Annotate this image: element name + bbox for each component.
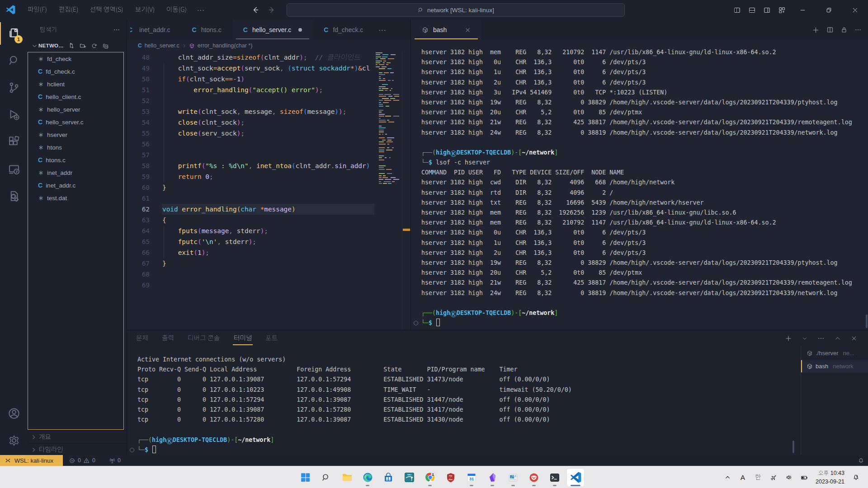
taskbar-file-explorer-icon[interactable] — [338, 469, 355, 487]
refresh-icon[interactable] — [91, 42, 98, 49]
activity-explorer-icon[interactable]: 1 — [0, 20, 28, 47]
taskbar-start-icon[interactable] — [297, 469, 314, 487]
outline-section[interactable] — [28, 431, 127, 443]
minimize-button[interactable] — [789, 0, 816, 20]
scrollbar-thumb[interactable] — [793, 441, 794, 453]
battery-icon[interactable] — [797, 469, 811, 487]
terminal-editor-output[interactable]: hserver 3182 high mem REG 8,32 210792 11… — [411, 40, 868, 330]
file-hserver[interactable]: hserver — [28, 128, 123, 141]
file-hello_client.c[interactable]: Chello_client.c — [28, 90, 123, 103]
file-fd_check[interactable]: fd_check — [28, 52, 123, 65]
activity-settings-icon[interactable] — [0, 427, 28, 454]
taskbar-zotero-icon[interactable] — [442, 469, 459, 487]
panel-tab-terminal[interactable] — [234, 330, 252, 347]
forwarded-ports-status[interactable]: 0 — [108, 455, 121, 466]
new-folder-icon[interactable] — [80, 42, 86, 49]
modified-dot-icon[interactable] — [298, 28, 302, 32]
file-htons.c[interactable]: Chtons.c — [28, 154, 123, 166]
maximize-button[interactable] — [816, 0, 842, 20]
menu-go[interactable] — [160, 4, 193, 16]
taskbar-clock[interactable]: 10:43 2023-09-21 — [816, 469, 844, 485]
taskbar-chrome-icon[interactable] — [421, 469, 439, 487]
panel-tab-debug-console[interactable] — [188, 330, 220, 347]
sidebar-more-actions-icon[interactable] — [113, 26, 120, 33]
taskbar-vscode-icon[interactable] — [567, 469, 584, 487]
menu-selection[interactable] — [84, 4, 129, 16]
taskbar-store-icon[interactable] — [380, 469, 397, 487]
file-test.dat[interactable]: test.dat — [28, 192, 123, 204]
new-terminal-icon[interactable] — [785, 335, 792, 342]
file-inet_addr[interactable]: inet_addr — [28, 166, 123, 179]
command-center-search[interactable]: network [WSL: kali-linux] — [287, 3, 625, 17]
activity-cpp-tools-icon[interactable] — [0, 183, 28, 210]
breadcrumb-symbol[interactable]: error_handling(char *) — [198, 42, 253, 49]
activity-remote-explorer-icon[interactable] — [0, 155, 28, 183]
vscode-logo-icon[interactable] — [6, 5, 15, 14]
menu-view[interactable] — [129, 4, 160, 16]
tray-hidden-icons-chevron[interactable] — [721, 469, 734, 487]
customize-layout-icon[interactable] — [774, 0, 789, 20]
tabs-more-icon[interactable]: ··· — [374, 20, 391, 40]
taskbar-edge-icon[interactable] — [359, 469, 376, 487]
menu-file[interactable] — [22, 4, 53, 16]
file-hello_server.c[interactable]: Chello_server.c — [28, 116, 123, 128]
split-editor-icon[interactable] — [826, 26, 834, 33]
breadcrumb-file[interactable]: hello_server.c — [145, 42, 179, 49]
history-forward-icon[interactable] — [267, 5, 276, 14]
code-editor[interactable]: 48clnt_addr_size=sizeof(clnt_addr); // 4… — [127, 52, 411, 330]
close-tab-icon[interactable] — [465, 27, 471, 33]
panel-tab-output[interactable] — [162, 330, 174, 347]
tab-bash-terminal[interactable]: bash — [411, 20, 481, 40]
menu-edit[interactable] — [53, 4, 85, 16]
tab-hello_server.c[interactable]: Chello_server.c — [232, 20, 313, 40]
activity-extensions-icon[interactable] — [0, 128, 28, 155]
new-terminal-icon[interactable] — [812, 26, 820, 34]
notifications-bell-icon[interactable] — [858, 455, 864, 466]
panel-terminal-output[interactable]: Active Internet connections (w/o servers… — [127, 350, 796, 455]
toggle-sidebar-icon[interactable] — [730, 0, 745, 20]
taskbar-kali-icon[interactable]: KALI — [401, 469, 418, 487]
tray-ime-korean[interactable] — [751, 469, 765, 487]
editor-more-actions-icon[interactable] — [854, 26, 862, 33]
terminal-dropdown-icon[interactable] — [802, 336, 807, 341]
file-hello_server[interactable]: hello_server — [28, 103, 123, 116]
volume-icon[interactable] — [782, 469, 796, 487]
remote-indicator[interactable]: WSL: kali-linux — [0, 455, 63, 466]
panel-more-actions-icon[interactable] — [817, 335, 825, 342]
file-htons[interactable]: htons — [28, 141, 123, 154]
taskbar-photos-icon[interactable] — [505, 469, 522, 487]
file-inet_addr.c[interactable]: Cinet_addr.c — [28, 179, 123, 192]
timeline-section[interactable] — [28, 443, 127, 456]
activity-account-icon[interactable] — [0, 400, 28, 427]
explorer-section-header[interactable]: NETWORK — [28, 40, 127, 52]
close-button[interactable] — [842, 0, 868, 20]
minimap[interactable] — [376, 52, 402, 330]
editor-lock-icon[interactable] — [840, 26, 848, 33]
taskbar-calendar-icon[interactable]: 31 — [463, 469, 480, 487]
tab-inet_addr.c[interactable]: Cinet_addr.c — [127, 20, 181, 40]
activity-search-icon[interactable] — [0, 47, 28, 74]
maximize-panel-icon[interactable] — [835, 335, 841, 342]
panel-tab-ports[interactable] — [265, 330, 278, 347]
toggle-panel-icon[interactable] — [745, 0, 760, 20]
close-panel-icon[interactable] — [851, 335, 857, 342]
activity-run-debug-icon[interactable] — [0, 101, 28, 128]
terminal-list-item-bash[interactable]: bashnetwork — [801, 360, 868, 373]
history-back-icon[interactable] — [251, 5, 260, 14]
activity-source-control-icon[interactable] — [0, 74, 28, 101]
toggle-secondary-sidebar-icon[interactable] — [760, 0, 774, 20]
taskbar-search-icon[interactable] — [317, 469, 335, 487]
tab-fd_check.c[interactable]: Cfd_check.c — [313, 20, 374, 40]
scrollbar-thumb[interactable] — [866, 314, 868, 328]
collapse-all-icon[interactable] — [102, 42, 109, 49]
file-hclient[interactable]: hclient — [28, 78, 123, 90]
file-fd_check.c[interactable]: Cfd_check.c — [28, 65, 123, 78]
taskbar-pocket-icon[interactable] — [525, 469, 542, 487]
tray-ime-a[interactable]: A — [736, 469, 750, 487]
notification-bell-icon[interactable] — [849, 469, 863, 487]
menu-more[interactable]: ··· — [193, 4, 209, 16]
airplane-mode-icon[interactable] — [767, 469, 780, 487]
new-file-icon[interactable] — [68, 42, 75, 49]
taskbar-obsidian-icon[interactable] — [484, 469, 501, 487]
taskbar-terminal-icon[interactable] — [546, 469, 563, 487]
